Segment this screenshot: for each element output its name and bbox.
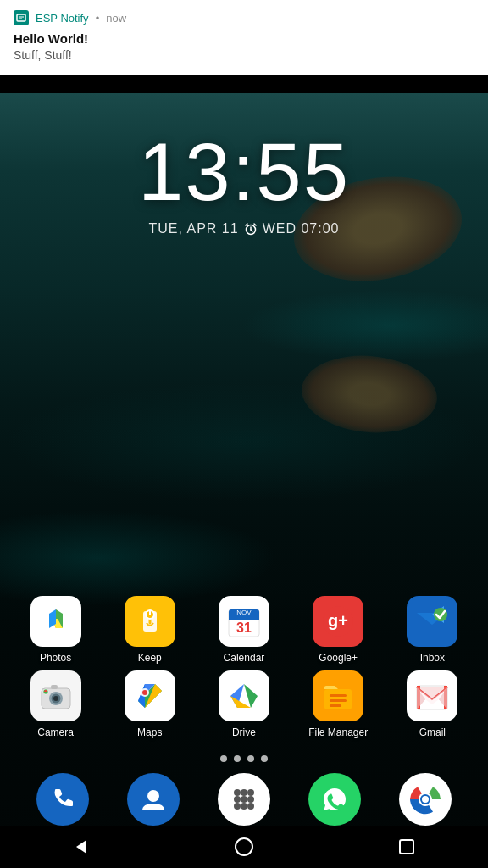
svg-line-6 [246,224,247,225]
phone-icon [36,773,89,826]
dot-4 [261,755,268,762]
drive-icon-wrapper [219,670,269,721]
dock-contacts[interactable] [127,773,180,826]
svg-text:g+: g+ [328,611,348,630]
svg-marker-64 [76,840,86,854]
svg-text:31: 31 [236,620,252,635]
svg-point-52 [241,789,247,796]
drive-label: Drive [232,726,256,738]
esp-notify-icon [14,10,29,25]
svg-point-65 [236,838,252,855]
app-gmail[interactable]: Gmail [391,670,473,738]
svg-point-51 [234,789,241,796]
svg-rect-32 [51,685,58,689]
keep-label: Keep [138,652,162,664]
gmail-icon-wrapper [407,670,458,721]
clock-area: 13:55 TUE, APR 11 WED 07:00 [0,131,488,236]
app-photos[interactable]: Photos [15,596,97,664]
svg-point-55 [241,796,247,803]
notif-separator: • [96,12,100,25]
calendar-label: Calendar [224,652,265,664]
gplus-icon-wrapper: g+ [313,596,363,647]
svg-point-38 [142,690,147,695]
notif-body: Stuff, Stuff! [14,47,474,63]
dot-3 [247,755,254,762]
dock-phone[interactable] [36,773,89,826]
app-inbox[interactable]: Inbox [391,596,473,664]
dock [0,773,488,826]
svg-line-7 [254,224,256,225]
camera-label: Camera [37,726,74,738]
svg-rect-44 [330,694,347,697]
svg-rect-46 [330,704,341,707]
svg-point-59 [247,803,254,810]
alarm-icon [244,222,258,236]
app-filemanager[interactable]: File Manager [297,670,379,738]
svg-text:NOV: NOV [236,609,252,616]
notif-title: Hello World! [14,31,474,47]
chrome-icon [399,773,452,826]
inbox-icon-wrapper [407,596,458,647]
photos-label: Photos [40,652,71,664]
gmail-label: Gmail [419,726,446,738]
inbox-label: Inbox [420,652,445,664]
svg-point-56 [247,796,254,803]
back-button[interactable] [64,830,98,864]
nav-bar [0,826,488,868]
filemanager-icon-wrapper [313,670,363,721]
app-gplus[interactable]: g+ Google+ [297,596,379,664]
filemanager-label: File Manager [308,726,368,738]
page-dots [0,755,488,762]
app-keep[interactable]: Keep [109,596,191,664]
camera-icon-wrapper [30,670,81,721]
notif-app-name: ESP Notify [36,12,89,25]
clock-time: 13:55 [0,131,488,213]
app-grid: Photos Keep [0,596,488,745]
notification-panel: ESP Notify • now Hello World! Stuff, Stu… [0,0,488,75]
svg-point-50 [147,790,159,802]
contacts-icon [127,773,180,826]
notif-time: now [106,12,126,25]
app-maps[interactable]: Maps [109,670,191,738]
dock-chrome[interactable] [399,773,452,826]
svg-rect-18 [229,616,259,620]
svg-point-53 [247,789,254,796]
home-button[interactable] [227,830,261,864]
gplus-label: Google+ [319,652,358,664]
whatsapp-icon [308,773,361,826]
dot-1 [220,755,227,762]
dock-launcher[interactable] [218,773,270,826]
svg-line-5 [251,230,252,231]
app-row-2: Camera Maps [8,670,480,738]
keep-icon-wrapper [125,596,175,647]
svg-point-58 [241,803,247,810]
dock-whatsapp[interactable] [308,773,361,826]
calendar-icon-wrapper: 31 NOV [219,596,269,647]
maps-label: Maps [137,726,162,738]
app-calendar[interactable]: 31 NOV Calendar [203,596,285,664]
svg-rect-0 [17,14,25,21]
svg-rect-45 [330,699,347,702]
svg-point-54 [234,796,241,803]
recents-button[interactable] [390,830,424,864]
svg-point-31 [53,696,58,701]
svg-rect-66 [400,840,413,854]
svg-marker-41 [244,684,258,708]
dot-2 [234,755,241,762]
app-row-1: Photos Keep [8,596,480,664]
clock-date: TUE, APR 11 WED 07:00 [0,221,488,236]
maps-icon-wrapper [125,670,175,721]
launcher-icon [218,773,270,826]
app-camera[interactable]: Camera [15,670,97,738]
svg-point-57 [234,803,241,810]
photos-icon-wrapper [30,596,81,647]
svg-point-63 [422,796,429,803]
app-drive[interactable]: Drive [203,670,285,738]
